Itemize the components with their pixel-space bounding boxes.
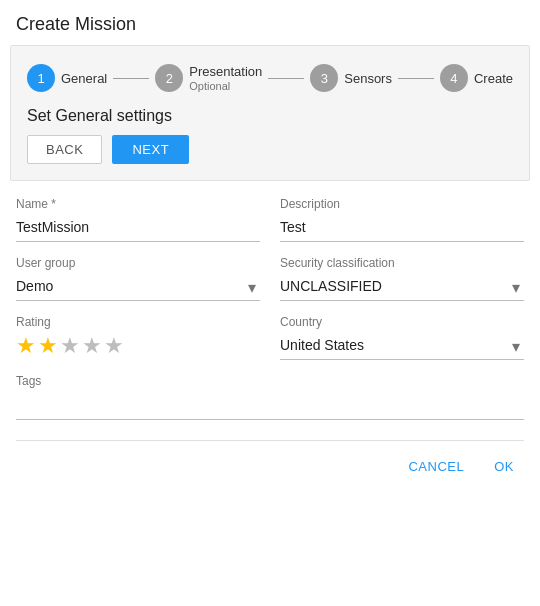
ok-button[interactable]: OK: [484, 453, 524, 480]
security-select-wrapper: UNCLASSIFIED ▾: [280, 274, 524, 301]
description-label: Description: [280, 197, 524, 211]
country-label: Country: [280, 315, 524, 329]
step-4: 4 Create: [440, 64, 513, 92]
step-2-label: Presentation Optional: [189, 64, 262, 93]
user-group-select-wrapper: Demo ▾: [16, 274, 260, 301]
form-area: Name * Description User group Demo ▾ Sec…: [0, 181, 540, 440]
user-group-label: User group: [16, 256, 260, 270]
step-connector-1-2: [113, 78, 149, 79]
tags-input-wrapper[interactable]: [16, 392, 524, 420]
step-4-label: Create: [474, 71, 513, 87]
star-3[interactable]: ★: [60, 333, 80, 359]
step-1-circle: 1: [27, 64, 55, 92]
back-button[interactable]: BACK: [27, 135, 102, 164]
step-1: 1 General: [27, 64, 107, 92]
step-3-circle: 3: [310, 64, 338, 92]
step-1-label: General: [61, 71, 107, 87]
row-rating-country: Rating ★ ★ ★ ★ ★ Country United States ▾: [16, 315, 524, 360]
field-rating: Rating ★ ★ ★ ★ ★: [16, 315, 260, 360]
field-description: Description: [280, 197, 524, 242]
rating-label: Rating: [16, 315, 260, 329]
field-country: Country United States ▾: [280, 315, 524, 360]
section-title: Set General settings: [27, 107, 513, 125]
step-connector-3-4: [398, 78, 434, 79]
step-connector-2-3: [268, 78, 304, 79]
user-group-select[interactable]: Demo: [16, 274, 260, 300]
star-2[interactable]: ★: [38, 333, 58, 359]
step-2: 2 Presentation Optional: [155, 64, 262, 93]
page-title: Create Mission: [0, 0, 540, 45]
country-select[interactable]: United States: [280, 333, 524, 359]
row-name-description: Name * Description: [16, 197, 524, 242]
field-user-group: User group Demo ▾: [16, 256, 260, 301]
stars-container: ★ ★ ★ ★ ★: [16, 333, 260, 359]
security-select[interactable]: UNCLASSIFIED: [280, 274, 524, 300]
step-3-label: Sensors: [344, 71, 392, 87]
field-security: Security classification UNCLASSIFIED ▾: [280, 256, 524, 301]
steps-container: 1 General 2 Presentation Optional 3 Sens…: [27, 64, 513, 93]
cancel-button[interactable]: CANCEL: [398, 453, 474, 480]
bottom-actions: CANCEL OK: [0, 441, 540, 492]
description-input[interactable]: [280, 215, 524, 242]
row-group-security: User group Demo ▾ Security classificatio…: [16, 256, 524, 301]
star-4[interactable]: ★: [82, 333, 102, 359]
wizard-panel: 1 General 2 Presentation Optional 3 Sens…: [10, 45, 530, 181]
next-button[interactable]: NEXT: [112, 135, 189, 164]
tags-label: Tags: [16, 374, 524, 388]
name-label: Name *: [16, 197, 260, 211]
star-1[interactable]: ★: [16, 333, 36, 359]
wizard-actions: BACK NEXT: [27, 135, 513, 164]
star-5[interactable]: ★: [104, 333, 124, 359]
step-2-circle: 2: [155, 64, 183, 92]
step-3: 3 Sensors: [310, 64, 392, 92]
security-label: Security classification: [280, 256, 524, 270]
country-select-wrapper: United States ▾: [280, 333, 524, 360]
step-4-circle: 4: [440, 64, 468, 92]
field-tags: Tags: [16, 374, 524, 420]
name-input[interactable]: [16, 215, 260, 242]
field-name: Name *: [16, 197, 260, 242]
